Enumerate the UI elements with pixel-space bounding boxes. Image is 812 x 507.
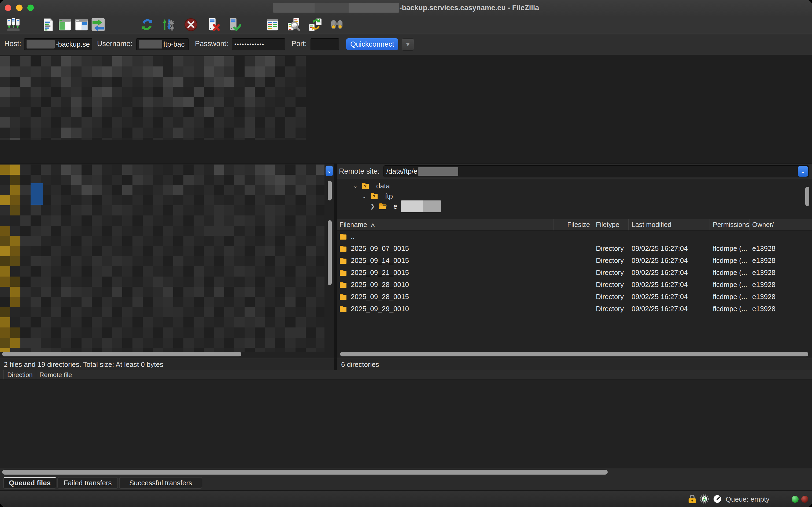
quickconnect-bar: Host: -backup.se Username: ftp-bac Passw… [0, 34, 812, 55]
column-header-filename[interactable]: Filename∧ [337, 219, 554, 230]
zoom-window-button[interactable] [28, 5, 34, 11]
table-row[interactable]: 2025_09_21_0015 Directory 09/02/25 16:27… [337, 267, 812, 279]
file-search-icon[interactable] [287, 17, 301, 32]
local-tree-toggle-icon[interactable] [57, 17, 72, 32]
remote-site-combobox[interactable]: /data/ftp/e ⌄ [384, 165, 809, 177]
queue-column-direction[interactable]: Direction [4, 370, 36, 380]
tab-successful-transfers[interactable]: Successful transfers [119, 477, 202, 489]
folder-question-icon: ? [371, 193, 378, 200]
refresh-icon[interactable] [140, 17, 154, 32]
title-redaction [273, 3, 399, 13]
password-label: Password: [195, 40, 229, 48]
column-header-permissions[interactable]: Permissions [710, 219, 750, 230]
tree-item-redaction [401, 201, 441, 212]
tab-failed-transfers[interactable]: Failed transfers [57, 477, 118, 489]
tree-scrollbar[interactable] [805, 187, 809, 206]
bottom-status-bar: A Queue: empty [0, 490, 812, 507]
status-light-red [801, 496, 808, 503]
folder-icon [340, 233, 348, 240]
speed-limit-icon[interactable] [713, 494, 722, 504]
remote-horizontal-scrollbar[interactable] [340, 352, 808, 356]
message-log-toggle-icon[interactable] [41, 17, 56, 32]
process-queue-icon[interactable] [160, 17, 175, 32]
disconnect-icon[interactable] [205, 17, 220, 32]
table-row[interactable]: .. [337, 230, 812, 242]
local-header-dropdown-button[interactable]: ⌄ [325, 166, 333, 176]
folder-icon [340, 305, 348, 313]
directory-listing-icon[interactable] [265, 17, 280, 32]
column-header-filesize[interactable]: Filesize [554, 219, 593, 230]
table-row[interactable]: 2025_09_14_0015 Directory 09/02/25 16:27… [337, 255, 812, 267]
queue-body [0, 380, 812, 468]
lock-icon[interactable] [688, 494, 696, 504]
table-row[interactable]: 2025_09_29_0010 Directory 09/02/25 16:27… [337, 303, 812, 315]
local-list-scrollbar[interactable] [328, 220, 332, 285]
queue-horizontal-scrollbar[interactable] [2, 470, 608, 474]
synchronized-browsing-icon[interactable] [308, 17, 323, 32]
column-header-last-modified[interactable]: Last modified [629, 219, 710, 230]
host-label: Host: [4, 40, 21, 48]
reconnect-icon[interactable] [226, 17, 241, 32]
transfer-queue-toggle-icon[interactable] [91, 17, 106, 32]
directory-comparison-icon[interactable] [329, 17, 344, 32]
chevron-expanded-icon[interactable]: ⌄ [361, 193, 367, 200]
port-label: Port: [292, 40, 307, 48]
remote-directory-tree: ⌄ ? data ⌄ ? ftp ❯ e [337, 179, 812, 219]
remote-site-dropdown-button[interactable]: ⌄ [798, 166, 808, 177]
table-row[interactable]: 2025_09_28_0010 Directory 09/02/25 16:27… [337, 279, 812, 291]
tree-item-data[interactable]: ⌄ ? data [352, 181, 390, 191]
svg-text:?: ? [364, 184, 367, 189]
transfer-mode-auto-icon[interactable]: A [700, 494, 709, 504]
panel-divider[interactable] [334, 163, 337, 370]
port-input[interactable] [310, 38, 339, 50]
folder-icon [340, 269, 348, 276]
chevron-expanded-icon[interactable]: ⌄ [352, 182, 359, 189]
quickconnect-button[interactable]: Quickconnect [346, 38, 398, 50]
remote-status-text: 6 directories [341, 360, 379, 369]
message-log-redaction [0, 56, 306, 140]
local-status-text: 2 files and 19 directories. Total size: … [4, 360, 163, 369]
status-light-green [792, 496, 799, 503]
local-panel: ⌄ [0, 163, 334, 358]
column-header-filetype[interactable]: Filetype [593, 219, 629, 230]
remote-tree-toggle-icon[interactable] [74, 17, 89, 32]
open-folder-icon [379, 203, 387, 210]
tree-item-selected[interactable]: ❯ e [369, 201, 441, 212]
window-title: -backup.services.easyname.eu - FileZilla [273, 3, 539, 13]
tab-queued-files[interactable]: Queued files [3, 477, 56, 489]
local-tree-scrollbar[interactable] [328, 181, 332, 201]
tree-item-ftp[interactable]: ⌄ ? ftp [361, 191, 393, 201]
column-header-owner[interactable]: Owner/ [750, 219, 812, 230]
folder-icon [340, 257, 348, 264]
minimize-window-button[interactable] [16, 5, 22, 11]
cancel-icon[interactable] [184, 17, 198, 32]
sort-ascending-icon: ∧ [370, 222, 375, 228]
message-log-pane [0, 55, 812, 163]
svg-text:A: A [703, 497, 706, 501]
queue-header: Direction Remote file [0, 370, 812, 380]
chevron-collapsed-icon[interactable]: ❯ [369, 203, 376, 210]
quickconnect-dropdown-button[interactable]: ▼ [402, 38, 414, 51]
local-horizontal-scrollbar[interactable] [2, 352, 241, 356]
queue-column-remote-file[interactable]: Remote file [36, 370, 812, 380]
table-row[interactable]: 2025_09_07_0015 Directory 09/02/25 16:27… [337, 242, 812, 255]
host-input[interactable]: -backup.se [24, 38, 92, 50]
local-panel-redaction [0, 165, 324, 352]
host-redaction [27, 40, 55, 49]
queue-tabs: Queued files Failed transfers Successful… [0, 476, 812, 490]
filezilla-window: -backup.services.easyname.eu - FileZilla [0, 0, 812, 507]
queue-column-sliver[interactable] [0, 370, 4, 380]
username-input[interactable]: ftp-bac [136, 38, 189, 50]
close-window-button[interactable] [5, 5, 11, 11]
svg-text:?: ? [373, 194, 375, 200]
site-manager-icon[interactable] [6, 17, 21, 32]
remote-file-rows: .. 2025_09_07_0015 Directory 09/02/25 16… [337, 230, 812, 315]
username-redaction [139, 40, 162, 49]
table-row[interactable]: 2025_09_28_0015 Directory 09/02/25 16:27… [337, 291, 812, 303]
status-row: 2 files and 19 directories. Total size: … [0, 358, 812, 371]
toolbar [0, 15, 812, 34]
password-input[interactable]: •••••••••••• [232, 38, 285, 50]
file-list-header: Filename∧ Filesize Filetype Last modifie… [337, 219, 812, 231]
local-selection-redaction [31, 183, 43, 205]
folder-icon [340, 281, 348, 288]
